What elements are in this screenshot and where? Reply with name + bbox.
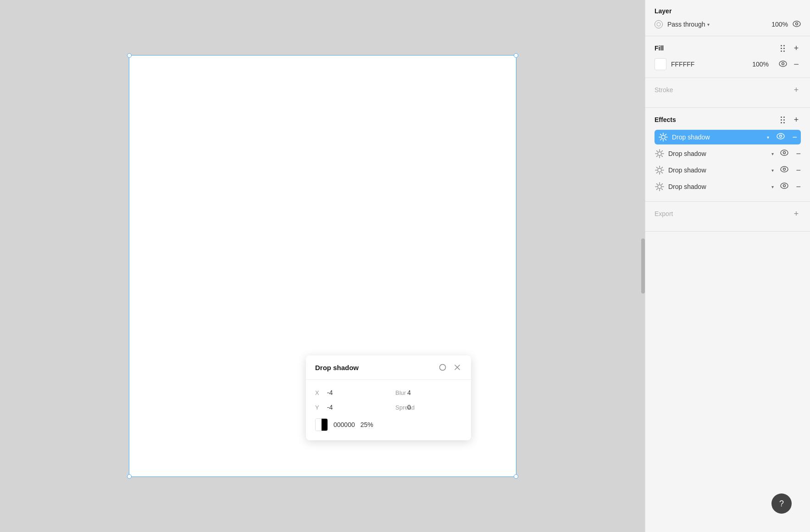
stroke-section-header: Stroke + — [655, 85, 801, 94]
effects-item-4-chevron[interactable]: ▾ — [771, 184, 774, 189]
svg-line-26 — [661, 151, 662, 152]
effects-item-4-name: Drop shadow — [668, 183, 768, 190]
popup-y-field[interactable]: Y -4 — [315, 404, 382, 411]
effects-item-3[interactable]: Drop shadow ▾ − — [655, 163, 801, 177]
layer-blend-mode-dropdown[interactable]: Pass through ▾ — [667, 21, 710, 28]
right-panel: Layer Pass through ▾ 100% Fill — [645, 0, 810, 532]
svg-line-14 — [665, 139, 666, 140]
popup-x-value: -4 — [327, 389, 333, 396]
svg-line-25 — [661, 155, 662, 156]
effects-dots-icon[interactable] — [781, 116, 787, 123]
effects-item-3-name: Drop shadow — [668, 166, 768, 174]
svg-point-8 — [661, 135, 665, 139]
svg-point-39 — [781, 166, 788, 172]
effects-item-3-eye[interactable] — [780, 166, 788, 174]
stroke-section: Stroke + — [645, 78, 810, 108]
svg-line-49 — [657, 188, 658, 189]
popup-title: Drop shadow — [315, 364, 359, 371]
svg-line-46 — [657, 184, 658, 185]
svg-line-15 — [665, 134, 666, 135]
popup-blur-value: 4 — [407, 389, 411, 396]
fill-row: FFFFFF 100% − — [655, 58, 801, 70]
effects-item-1-chevron[interactable]: ▾ — [767, 135, 769, 140]
popup-x-label: X — [315, 389, 322, 396]
color-swatch[interactable] — [315, 418, 328, 431]
layer-section-title: Layer — [655, 7, 671, 15]
drop-shadow-popup: Drop shadow X -4 — [306, 355, 471, 440]
canvas-scrollbar[interactable] — [641, 238, 645, 294]
layer-blend-mode-label: Pass through — [667, 21, 705, 28]
color-hex: 000000 — [333, 421, 355, 428]
popup-spread-value: 0 — [407, 404, 411, 411]
export-section-title: Export — [655, 210, 673, 217]
stroke-add-icon[interactable]: + — [792, 85, 801, 94]
svg-line-16 — [660, 139, 661, 140]
svg-line-47 — [661, 188, 662, 189]
effects-item-1-eye[interactable] — [777, 133, 785, 141]
svg-point-30 — [658, 168, 661, 172]
effects-item-2-remove[interactable]: − — [796, 150, 801, 158]
svg-point-4 — [793, 21, 800, 27]
fill-add-icon[interactable]: + — [792, 44, 801, 53]
fill-dots-icon[interactable] — [781, 45, 787, 52]
popup-x-field[interactable]: X -4 — [315, 389, 382, 396]
effects-item-2-chevron[interactable]: ▾ — [771, 151, 774, 156]
effects-item-3-remove[interactable]: − — [796, 166, 801, 174]
svg-line-35 — [657, 167, 658, 168]
svg-line-24 — [657, 151, 658, 152]
effects-item-1-remove[interactable]: − — [792, 133, 797, 141]
effects-item-3-chevron[interactable]: ▾ — [771, 168, 774, 173]
layer-opacity-value[interactable]: 100% — [771, 21, 788, 28]
fill-hex-value[interactable]: FFFFFF — [671, 61, 694, 68]
popup-blur-label: Blur — [395, 389, 403, 396]
fill-section-actions: + — [781, 44, 801, 53]
effects-item-1-active[interactable]: Drop shadow ▾ − — [655, 130, 801, 144]
popup-y-label: Y — [315, 404, 322, 411]
effects-item-4[interactable]: Drop shadow ▾ − — [655, 179, 801, 194]
svg-line-37 — [661, 167, 662, 168]
help-button-label: ? — [779, 499, 784, 509]
export-section-header: Export + — [655, 209, 801, 218]
svg-point-50 — [781, 183, 788, 188]
svg-line-27 — [657, 155, 658, 156]
svg-point-6 — [779, 61, 787, 66]
effects-sun-icon-2 — [655, 149, 665, 159]
corner-handle-tr[interactable] — [514, 53, 518, 58]
svg-point-17 — [777, 133, 784, 139]
popup-spread-field[interactable]: Spread 0 — [395, 404, 462, 411]
effects-item-4-eye[interactable] — [780, 183, 788, 191]
corner-handle-tl[interactable] — [127, 53, 132, 58]
fill-color-swatch[interactable] — [655, 58, 666, 70]
popup-body: X -4 Blur 4 Y -4 Spread 0 — [306, 380, 471, 440]
effects-item-2[interactable]: Drop shadow ▾ − — [655, 146, 801, 161]
effects-add-icon[interactable]: + — [792, 115, 801, 124]
color-opacity: 25% — [361, 421, 373, 428]
effects-section-header: Effects + — [655, 115, 801, 124]
effects-section-actions: + — [781, 115, 801, 124]
fill-remove-icon[interactable]: − — [792, 60, 801, 69]
effects-sun-icon-3 — [655, 165, 665, 175]
popup-circle-icon[interactable] — [438, 363, 447, 372]
layer-section: Layer Pass through ▾ 100% — [645, 0, 810, 36]
export-add-icon[interactable]: + — [792, 209, 801, 218]
corner-handle-br[interactable] — [514, 474, 518, 479]
svg-point-3 — [657, 22, 660, 26]
svg-point-29 — [783, 152, 786, 154]
layer-visibility-icon[interactable] — [793, 21, 801, 28]
corner-handle-bl[interactable] — [127, 474, 132, 479]
effects-item-2-eye[interactable] — [780, 150, 788, 158]
effects-item-4-remove[interactable]: − — [796, 183, 801, 191]
popup-blur-field[interactable]: Blur 4 — [395, 389, 462, 396]
help-button[interactable]: ? — [771, 493, 792, 514]
export-section: Export + — [645, 202, 810, 232]
popup-header: Drop shadow — [306, 355, 471, 380]
effects-item-2-name: Drop shadow — [668, 150, 768, 157]
fill-opacity-value[interactable]: 100% — [752, 61, 769, 68]
popup-close-icon[interactable] — [453, 363, 462, 372]
fill-visibility-icon[interactable] — [779, 61, 787, 68]
svg-line-36 — [661, 172, 662, 173]
blend-mode-chevron-icon: ▾ — [707, 22, 710, 27]
popup-header-icons — [438, 363, 462, 372]
popup-color-row[interactable]: 000000 25% — [315, 418, 462, 431]
stroke-section-title: Stroke — [655, 86, 673, 94]
